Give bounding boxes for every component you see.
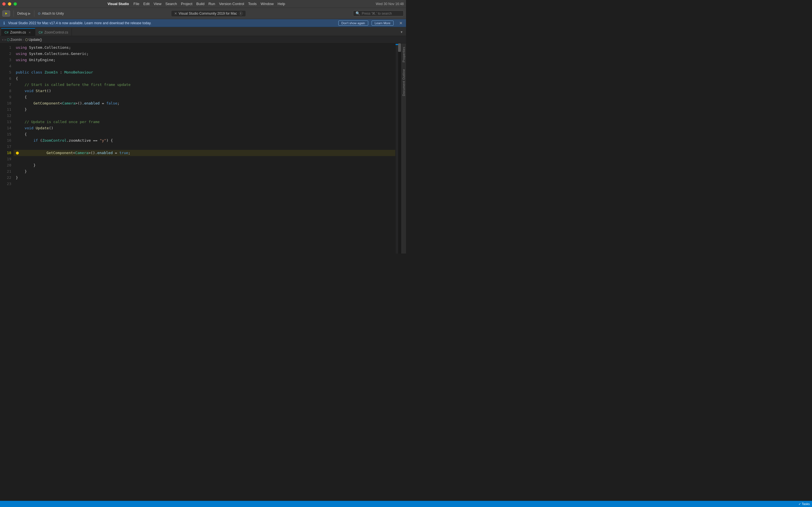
document-outline-label[interactable]: Document Outline: [402, 66, 406, 100]
token: using: [16, 57, 27, 63]
line-numbers: 1234567891011121314151617181920212223: [0, 43, 13, 253]
token: {: [16, 75, 18, 82]
token: =: [100, 100, 106, 107]
code-line-15[interactable]: {: [13, 131, 395, 137]
bc-update-label[interactable]: Update(): [29, 38, 42, 42]
token: (: [38, 137, 42, 144]
breadcrumb-bar: ‹ › ⬡ ZoomIn › ⬡ Update(): [0, 36, 406, 43]
bc-zoomin-icon: ⬡: [7, 38, 10, 42]
code-line-10[interactable]: GetComponent<Camera>().enabled = false;: [13, 100, 395, 107]
token: // Update is called once per frame: [24, 119, 100, 125]
toolbar-right: 🔍: [353, 10, 404, 16]
code-line-21[interactable]: }: [13, 168, 395, 175]
token: =: [113, 150, 119, 156]
code-line-4[interactable]: [13, 63, 395, 69]
token: .zoomActive ==: [66, 137, 100, 144]
main-area: 1234567891011121314151617181920212223 us…: [0, 43, 406, 253]
attach-breadcrumb[interactable]: ⊙ Attach to Unity: [38, 11, 64, 15]
code-line-7[interactable]: // Start is called before the first fram…: [13, 82, 395, 88]
code-line-23[interactable]: [13, 181, 395, 187]
debug-label: Debug ▶: [17, 11, 31, 15]
token: if: [34, 137, 38, 144]
menu-file[interactable]: File: [133, 2, 139, 6]
code-line-13[interactable]: // Update is called once per frame: [13, 119, 395, 125]
token: GetComponent: [47, 150, 73, 156]
attach-icon: ⊙: [38, 11, 41, 15]
code-line-3[interactable]: using UnityEngine;: [13, 57, 395, 63]
menu-version-control[interactable]: Version Control: [219, 2, 244, 6]
menu-build[interactable]: Build: [196, 2, 204, 6]
menu-edit[interactable]: Edit: [143, 2, 149, 6]
menu-run[interactable]: Run: [208, 2, 215, 6]
code-line-11[interactable]: }: [13, 107, 395, 113]
tab-close-0[interactable]: ✕: [28, 31, 32, 34]
menu-tools[interactable]: Tools: [248, 2, 257, 6]
token: [20, 150, 47, 156]
attach-label[interactable]: Attach to Unity: [42, 11, 64, 15]
run-controls: [2, 10, 10, 17]
token: ;: [117, 100, 119, 107]
tab-zoomin-cs[interactable]: C# ZoomIn.cs ✕: [1, 28, 35, 36]
token: Update: [36, 125, 49, 131]
search-box[interactable]: 🔍: [353, 10, 404, 16]
scrollbar-thumb[interactable]: [398, 43, 401, 52]
code-line-20[interactable]: }: [13, 162, 395, 168]
tabs-bar: C# ZoomIn.cs ✕ C# ZoomControl.cs ▾: [0, 27, 406, 36]
code-line-19[interactable]: [13, 156, 395, 162]
notification-icon: ℹ: [3, 21, 5, 25]
code-line-16[interactable]: if (ZoomControl.zoomActive == "y") {: [13, 137, 395, 144]
notification-close-button[interactable]: ✕: [399, 21, 403, 25]
breadcrumb-zoomin[interactable]: ⬡ ZoomIn ›: [7, 38, 24, 42]
menu-project[interactable]: Project: [181, 2, 192, 6]
run-button[interactable]: [2, 10, 10, 17]
search-input[interactable]: [362, 11, 401, 15]
breadcrumb-update[interactable]: ⬡ Update(): [25, 38, 42, 42]
code-line-5[interactable]: public class ZoomIn : MonoBehaviour: [13, 69, 395, 75]
code-line-12[interactable]: [13, 113, 395, 119]
token: .enabled: [95, 150, 113, 156]
toolbar-separator-1: [13, 10, 14, 17]
code-line-18[interactable]: ⬤ GetComponent<Camera>().enabled = true;: [13, 150, 395, 156]
breakpoint-indicator: ⬤: [16, 150, 19, 156]
maximize-button[interactable]: [13, 2, 17, 6]
nav-back-button[interactable]: ‹: [2, 38, 3, 42]
code-line-9[interactable]: {: [13, 94, 395, 100]
code-line-1[interactable]: using System.Collections;: [13, 45, 395, 51]
code-line-2[interactable]: using System.Collections.Generic;: [13, 51, 395, 57]
close-button[interactable]: [2, 2, 6, 6]
properties-label[interactable]: Properties: [402, 43, 406, 66]
code-line-22[interactable]: }: [13, 175, 395, 181]
scrollbar-track[interactable]: [398, 43, 401, 253]
minimize-button[interactable]: [8, 2, 11, 6]
learn-more-button[interactable]: Learn More: [371, 20, 394, 25]
code-line-6[interactable]: {: [13, 75, 395, 82]
menu-search[interactable]: Search: [165, 2, 177, 6]
token: [34, 125, 36, 131]
info-icon[interactable]: ℹ: [239, 11, 243, 15]
nav-forward-button[interactable]: ›: [4, 38, 6, 42]
tab-dropdown-button[interactable]: ▾: [398, 28, 405, 36]
token: }: [16, 162, 36, 168]
token: >(): [75, 100, 82, 107]
bc-zoomin-label[interactable]: ZoomIn: [10, 38, 22, 42]
code-line-17[interactable]: [13, 144, 395, 150]
community-tab[interactable]: ✕ Visual Studio Community 2019 for Mac ℹ: [171, 11, 246, 16]
toolbar: Debug ▶ ⊙ Attach to Unity ✕ Visual Studi…: [0, 8, 406, 19]
code-line-8[interactable]: void Start(): [13, 88, 395, 94]
svg-marker-0: [5, 12, 7, 15]
dont-show-again-button[interactable]: Don't show again: [338, 20, 368, 25]
token: {: [16, 131, 27, 137]
tab-zoomcontrol-cs[interactable]: C# ZoomControl.cs: [35, 28, 72, 36]
menu-window[interactable]: Window: [260, 2, 273, 6]
token: ;: [128, 150, 131, 156]
token: ) {: [106, 137, 113, 144]
menu-help[interactable]: Help: [278, 2, 285, 6]
token: void: [24, 125, 33, 131]
code-editor[interactable]: using System.Collections;using System.Co…: [13, 43, 395, 253]
token: public: [16, 69, 29, 75]
token: }: [16, 168, 27, 175]
menu-view[interactable]: View: [154, 2, 161, 6]
token: ZoomControl: [42, 137, 66, 144]
code-line-14[interactable]: void Update(): [13, 125, 395, 131]
titlebar-time: Wed 30 Nov 16:48: [376, 2, 404, 6]
